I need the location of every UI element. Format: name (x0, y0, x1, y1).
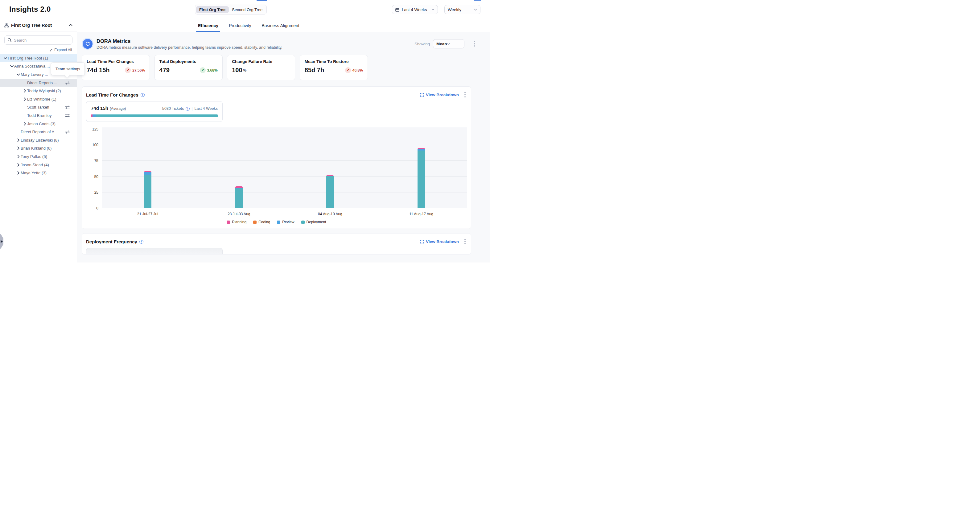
tab-productivity[interactable]: Productivity (229, 19, 251, 32)
team-settings-icon[interactable] (65, 105, 70, 109)
sidebar-header[interactable]: First Org Tree Root (0, 19, 77, 32)
info-icon[interactable]: i (139, 240, 143, 244)
tree-item-direct-reports-of-a[interactable]: Direct Reports of A... (0, 128, 77, 136)
tickets-info-icon[interactable]: i (186, 107, 190, 111)
trend-up-arrow-icon: ↗ (125, 67, 131, 73)
legend-swatch (253, 221, 256, 224)
tree-item-tony-pallas-5[interactable]: Tony Pallas (5) (0, 153, 77, 161)
chevron-right-icon[interactable] (16, 163, 21, 167)
expand-all-button[interactable]: Expand All (0, 48, 72, 52)
team-settings-icon[interactable] (65, 113, 70, 118)
toggle-second-org-tree[interactable]: Second Org Tree (229, 6, 266, 13)
stacked-bar-21-jul-27-jul[interactable] (144, 171, 151, 208)
toggle-first-org-tree[interactable]: First Org Tree (196, 6, 229, 13)
info-icon[interactable]: i (141, 93, 145, 97)
dora-metrics-header: DORA Metrics DORA metrics measure softwa… (82, 38, 476, 50)
top-edge-accent-fragment-2 (474, 0, 481, 1)
tree-item-teddy-wylupski-2[interactable]: Teddy Wylupski (2) (0, 87, 77, 95)
tree-item-jason-stead-4[interactable]: Jason Stead (4) (0, 161, 77, 169)
trend-up-arrow-icon: ↗ (200, 67, 206, 73)
lead-time-summary-card: 74d 15h (Average) 5030 Tickets i | Last … (86, 101, 223, 122)
tree-item-direct-reports[interactable]: Direct Reports ... (0, 79, 77, 87)
chevron-right-icon[interactable] (22, 89, 27, 92)
tickets-count: 5030 Tickets (162, 107, 184, 111)
aggregation-value: Mean (436, 41, 447, 46)
legend-swatch (301, 221, 305, 224)
org-tree-sidebar: First Org Tree Root Expand All First Org… (0, 19, 77, 262)
view-breakdown-link[interactable]: View Breakdown (420, 92, 459, 97)
legend-swatch (227, 221, 230, 224)
chevron-right-icon[interactable] (16, 138, 21, 142)
chevron-right-icon[interactable] (16, 146, 21, 150)
view-breakdown-link-2[interactable]: View Breakdown (420, 239, 459, 244)
date-range-select[interactable]: Last 4 Weeks (392, 5, 438, 14)
chevron-down-icon[interactable] (10, 65, 14, 67)
stacked-bar-04-aug-10-aug[interactable] (326, 175, 334, 208)
date-range-value: Last 4 Weeks (402, 7, 431, 12)
tab-business-alignment[interactable]: Business Alignment (262, 19, 299, 32)
chevron-right-icon[interactable] (22, 97, 27, 101)
metric-unit: % (243, 68, 247, 73)
deployment-frequency-section: Deployment Frequency i View Breakdown (82, 233, 471, 255)
deployment-kebab-menu[interactable] (463, 237, 467, 245)
breakdown-expand-icon (420, 240, 424, 244)
lead-time-kebab-menu[interactable] (463, 91, 467, 99)
tab-productivity-label: Productivity (229, 23, 251, 28)
metric-card-total-deployments: Total Deployments479↗3.68% (154, 55, 223, 80)
search-icon (7, 38, 12, 42)
tree-item-jason-coats-3[interactable]: Jason Coats (3) (0, 120, 77, 128)
y-tick-label: 50 (94, 175, 99, 179)
tree-item-brian-kirkland-6[interactable]: Brian Kirkland (6) (0, 144, 77, 153)
legend-item-planning: Planning (227, 220, 247, 224)
tree-item-label: Direct Reports of A... (21, 130, 58, 134)
tree-item-todd-bromley[interactable]: Todd Bromley (0, 111, 77, 120)
tree-item-lindsay-liszewski-8[interactable]: Lindsay Liszewski (8) (0, 136, 77, 144)
y-tick-label: 100 (92, 143, 99, 147)
chevron-right-icon[interactable] (16, 171, 21, 175)
stacked-bar-11-aug-17-aug[interactable] (418, 148, 425, 208)
team-settings-icon[interactable] (65, 81, 70, 85)
tree-item-label: Jason Stead (4) (21, 162, 49, 167)
granularity-value: Weekly (448, 7, 474, 12)
tree-item-label: Liz Whittome (1) (27, 97, 56, 102)
tree-item-liz-whittome-1[interactable]: Liz Whittome (1) (0, 95, 77, 103)
tree-item-maya-yette-3[interactable]: Maya Yette (3) (0, 169, 77, 177)
dora-kebab-menu[interactable] (473, 40, 476, 48)
tab-efficiency[interactable]: Efficiency (198, 19, 218, 32)
chevron-right-icon[interactable] (16, 155, 21, 158)
main-area: Efficiency Productivity Business Alignme… (77, 19, 490, 262)
chevron-right-icon[interactable] (22, 122, 27, 126)
org-tree: First Org Tree Root (1)Anna Scozzafava .… (0, 54, 77, 177)
legend-label: Coding (258, 220, 270, 224)
phase-segment-deployment (95, 115, 218, 117)
org-chart-icon (4, 23, 9, 27)
legend-item-deployment: Deployment (301, 220, 326, 224)
dora-cycle-icon (82, 38, 94, 50)
chart-y-axis: 0255075100125 (86, 127, 102, 208)
chevron-down-icon (431, 9, 434, 11)
delta-badge: ↗3.68% (200, 67, 218, 73)
stacked-bar-28-jul-03-aug[interactable] (235, 186, 243, 208)
sidebar-search[interactable] (4, 35, 72, 45)
chevron-down-icon[interactable] (16, 73, 21, 76)
chevron-down-icon[interactable] (3, 57, 8, 59)
chevron-up-icon[interactable] (69, 24, 72, 26)
trend-up-arrow-icon: ↗ (345, 67, 351, 73)
search-input[interactable] (14, 38, 69, 43)
x-tick-label: 21 Jul-27 Jul (137, 212, 158, 216)
x-tick-label: 28 Jul-03 Aug (228, 212, 250, 216)
bar-segment-deployment (144, 175, 151, 208)
metric-title: Total Deployments (159, 59, 218, 64)
metric-value: 100 (232, 67, 242, 74)
metric-card-lead-time-for-changes: Lead Time For Changes74d 15h↗27.56% (82, 55, 150, 80)
aggregation-select[interactable]: Mean (433, 39, 465, 48)
metric-card-change-failure-rate: Change Failure Rate100% (227, 55, 295, 80)
granularity-select[interactable]: Weekly (444, 5, 480, 14)
chart-legend: PlanningCodingReviewDeployment (86, 220, 467, 224)
x-tick-label: 04 Aug-10 Aug (318, 212, 342, 216)
gridline (102, 192, 467, 192)
tree-item-first-org-tree-root-1[interactable]: First Org Tree Root (1) (0, 54, 77, 62)
team-settings-icon[interactable] (65, 130, 70, 134)
tree-item-scott-tarkett[interactable]: Scott Tarkett (0, 103, 77, 112)
tree-item-label: Mary Lowery ... (21, 72, 48, 77)
